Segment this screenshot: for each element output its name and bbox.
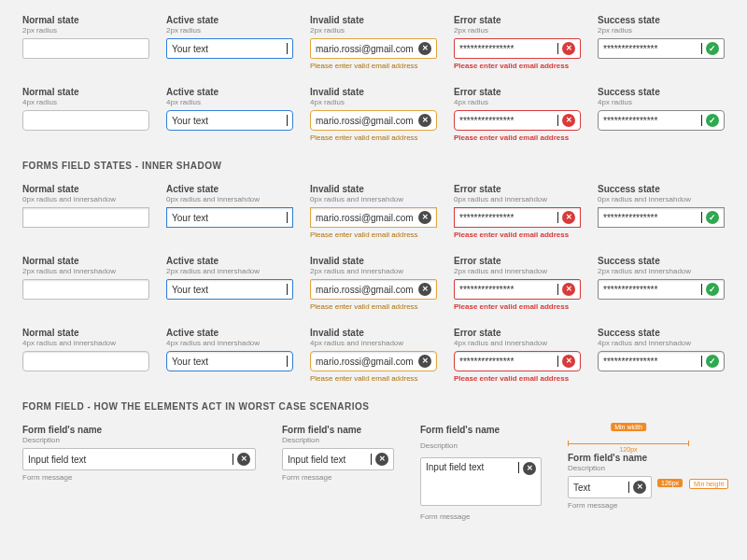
field-description: Description bbox=[568, 464, 689, 472]
state-label: Success state bbox=[598, 256, 725, 266]
input-value: *************** bbox=[603, 357, 700, 367]
state-label: Invalid state bbox=[310, 328, 437, 338]
success-input[interactable]: *************** bbox=[598, 351, 725, 371]
text-caret bbox=[701, 356, 702, 367]
active-input[interactable]: Your text bbox=[166, 110, 293, 131]
error-icon bbox=[562, 42, 575, 55]
validation-message: Please enter valid email address bbox=[454, 231, 581, 239]
state-sub: 4px radius and innershadow bbox=[166, 339, 293, 347]
form-message: Form message bbox=[568, 501, 689, 510]
dimension-tick bbox=[688, 441, 689, 446]
input-value: *************** bbox=[603, 116, 700, 126]
state-sub: 0px radius and innersahdow bbox=[22, 195, 149, 203]
text-input[interactable]: Input field text bbox=[22, 448, 256, 470]
state-label: Active state bbox=[166, 328, 293, 338]
clear-icon[interactable] bbox=[418, 355, 431, 368]
state-label: Error state bbox=[454, 15, 581, 25]
states-row-2px-inner: Normal state 2px radius and innershadow … bbox=[22, 256, 725, 311]
states-row-4px-inner: Normal state 4px radius and innershadow … bbox=[22, 328, 725, 383]
state-sub: 2px radius bbox=[310, 26, 437, 35]
text-caret bbox=[557, 43, 558, 54]
input-value: *************** bbox=[459, 213, 557, 223]
text-caret bbox=[557, 356, 558, 367]
clear-icon[interactable] bbox=[418, 283, 431, 296]
error-input[interactable]: *************** bbox=[454, 110, 581, 131]
state-sub: 4px radius bbox=[310, 98, 437, 106]
text-caret bbox=[701, 43, 702, 54]
state-sub: 4px radius and innershadow bbox=[454, 339, 581, 347]
input-value: Input field text bbox=[28, 455, 232, 465]
active-input[interactable]: Your text bbox=[166, 207, 293, 228]
normal-cell: Normal state 2px radius bbox=[22, 15, 149, 70]
dimension-value: 120px bbox=[568, 446, 689, 453]
input-value: *************** bbox=[603, 44, 700, 54]
clear-icon[interactable] bbox=[418, 211, 431, 224]
invalid-input[interactable]: mario.rossi@gmail.com bbox=[310, 279, 437, 300]
success-icon bbox=[706, 355, 719, 368]
clear-icon[interactable] bbox=[418, 42, 431, 55]
clear-icon[interactable] bbox=[375, 453, 388, 466]
state-label: Normal state bbox=[22, 184, 149, 194]
error-input[interactable]: *************** bbox=[454, 207, 581, 228]
input-value: mario.rossi@gmail.com bbox=[316, 285, 415, 295]
field-description: Description bbox=[420, 441, 542, 450]
invalid-input[interactable]: mario.rossi@gmail.com bbox=[310, 351, 437, 371]
success-input[interactable]: *************** bbox=[598, 38, 725, 59]
validation-message: Please enter valid email address bbox=[310, 62, 437, 70]
clear-icon[interactable] bbox=[633, 481, 646, 494]
error-icon bbox=[562, 114, 575, 127]
state-sub: 2px radius bbox=[598, 26, 725, 35]
validation-message: Please enter valid email address bbox=[454, 374, 581, 383]
state-label: Error state bbox=[454, 256, 581, 266]
text-caret bbox=[233, 454, 233, 465]
text-caret bbox=[287, 212, 288, 223]
section-heading-worst-case: FORM FIELD - HOW THE ELEMENTS ACT IN WOR… bbox=[22, 401, 725, 412]
error-input[interactable]: *************** bbox=[454, 38, 581, 59]
field-title: Form field's name bbox=[568, 453, 689, 463]
normal-input[interactable] bbox=[22, 38, 149, 59]
error-icon bbox=[562, 283, 575, 296]
invalid-input[interactable]: mario.rossi@gmail.com bbox=[310, 38, 437, 59]
worst-case-narrow: Form field's name Description Input fiel… bbox=[282, 425, 394, 482]
validation-message: Please enter valid email address bbox=[310, 133, 437, 142]
text-input[interactable]: Text bbox=[568, 476, 652, 498]
success-input[interactable]: *************** bbox=[598, 207, 725, 228]
normal-input[interactable] bbox=[22, 207, 149, 228]
text-input[interactable]: Input field text bbox=[282, 448, 394, 470]
active-input[interactable]: Your text bbox=[166, 279, 293, 300]
error-input[interactable]: *************** bbox=[454, 279, 581, 300]
active-input[interactable]: Your text bbox=[166, 351, 293, 371]
state-label: Invalid state bbox=[310, 15, 437, 25]
text-caret bbox=[557, 115, 558, 126]
normal-input[interactable] bbox=[22, 110, 149, 131]
state-sub: 0px radius and innersahdow bbox=[598, 195, 725, 203]
success-input[interactable]: *************** bbox=[598, 279, 725, 300]
state-sub: 4px radius bbox=[598, 98, 725, 106]
state-sub: 4px radius bbox=[166, 98, 293, 106]
validation-message: Please enter valid email address bbox=[310, 231, 437, 239]
input-value: Your text bbox=[172, 285, 286, 295]
input-value: Your text bbox=[172, 213, 286, 223]
success-cell: Success state 2px radius *************** bbox=[598, 15, 725, 70]
states-row-4px: Normal state 4px radius Active state 4px… bbox=[22, 87, 725, 142]
normal-input[interactable] bbox=[22, 351, 149, 371]
clear-icon[interactable] bbox=[237, 453, 250, 466]
normal-input[interactable] bbox=[22, 279, 149, 300]
input-value: mario.rossi@gmail.com bbox=[316, 213, 415, 223]
active-input[interactable]: Your text bbox=[166, 38, 293, 59]
text-input[interactable]: Input field text bbox=[420, 457, 542, 506]
error-input[interactable]: *************** bbox=[454, 351, 581, 371]
field-title: Form field's name bbox=[420, 425, 542, 435]
field-description: Description bbox=[282, 436, 394, 444]
invalid-input[interactable]: mario.rossi@gmail.com bbox=[310, 110, 437, 131]
input-value: Input field text bbox=[426, 462, 517, 472]
clear-icon[interactable] bbox=[418, 114, 431, 127]
clear-icon[interactable] bbox=[523, 462, 536, 475]
state-label: Error state bbox=[454, 328, 581, 338]
success-input[interactable]: *************** bbox=[598, 110, 725, 131]
invalid-input[interactable]: mario.rossi@gmail.com bbox=[310, 207, 437, 228]
input-value: Your text bbox=[172, 357, 286, 367]
state-sub: 2px radius bbox=[166, 26, 293, 35]
validation-message: Please enter valid email address bbox=[454, 62, 581, 70]
input-value: Text bbox=[573, 483, 627, 493]
